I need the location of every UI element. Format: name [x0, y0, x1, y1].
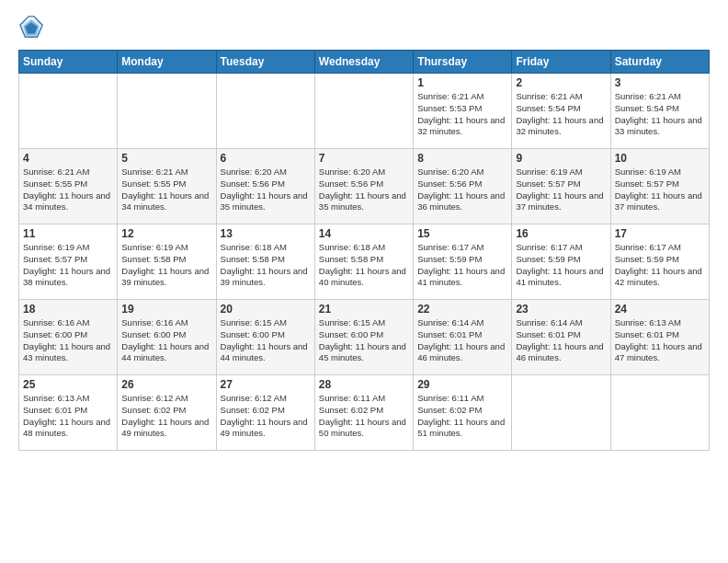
day-info: Sunrise: 6:12 AM Sunset: 6:02 PM Dayligh…: [121, 393, 211, 440]
calendar-cell: [118, 74, 216, 149]
week-row-2: 11Sunrise: 6:19 AM Sunset: 5:57 PM Dayli…: [19, 224, 710, 300]
calendar-cell: 13Sunrise: 6:18 AM Sunset: 5:58 PM Dayli…: [216, 224, 314, 300]
day-info: Sunrise: 6:16 AM Sunset: 6:00 PM Dayligh…: [121, 317, 211, 364]
calendar-cell: 17Sunrise: 6:17 AM Sunset: 5:59 PM Dayli…: [610, 224, 709, 300]
day-number: 13: [221, 227, 311, 240]
week-row-4: 25Sunrise: 6:13 AM Sunset: 6:01 PM Dayli…: [19, 375, 710, 451]
day-info: Sunrise: 6:18 AM Sunset: 5:58 PM Dayligh…: [221, 242, 311, 289]
calendar-cell: 6Sunrise: 6:20 AM Sunset: 5:56 PM Daylig…: [216, 149, 314, 224]
calendar-cell: 16Sunrise: 6:17 AM Sunset: 5:59 PM Dayli…: [512, 224, 610, 300]
day-number: 16: [516, 227, 606, 240]
day-header-tuesday: Tuesday: [216, 51, 314, 74]
calendar-cell: 5Sunrise: 6:21 AM Sunset: 5:55 PM Daylig…: [118, 149, 216, 224]
day-info: Sunrise: 6:19 AM Sunset: 5:57 PM Dayligh…: [516, 167, 606, 213]
calendar-cell: 22Sunrise: 6:14 AM Sunset: 6:01 PM Dayli…: [414, 300, 512, 375]
day-number: 24: [615, 303, 705, 316]
calendar-cell: 26Sunrise: 6:12 AM Sunset: 6:02 PM Dayli…: [118, 375, 216, 451]
day-info: Sunrise: 6:11 AM Sunset: 6:02 PM Dayligh…: [417, 393, 507, 440]
day-info: Sunrise: 6:20 AM Sunset: 5:56 PM Dayligh…: [417, 167, 507, 213]
day-header-sunday: Sunday: [19, 51, 118, 74]
day-number: 12: [121, 227, 211, 240]
day-number: 28: [319, 378, 409, 391]
day-info: Sunrise: 6:15 AM Sunset: 6:00 PM Dayligh…: [221, 317, 311, 364]
day-info: Sunrise: 6:21 AM Sunset: 5:54 PM Dayligh…: [615, 91, 705, 138]
day-info: Sunrise: 6:15 AM Sunset: 6:00 PM Dayligh…: [319, 317, 409, 364]
day-number: 22: [417, 303, 507, 316]
day-number: 6: [221, 152, 311, 165]
calendar-cell: 15Sunrise: 6:17 AM Sunset: 5:59 PM Dayli…: [414, 224, 512, 300]
day-info: Sunrise: 6:17 AM Sunset: 5:59 PM Dayligh…: [417, 242, 507, 289]
calendar-cell: 20Sunrise: 6:15 AM Sunset: 6:00 PM Dayli…: [216, 300, 314, 375]
day-info: Sunrise: 6:21 AM Sunset: 5:55 PM Dayligh…: [121, 167, 211, 213]
calendar-cell: [19, 74, 118, 149]
day-number: 4: [23, 152, 113, 165]
calendar-cell: 9Sunrise: 6:19 AM Sunset: 5:57 PM Daylig…: [512, 149, 610, 224]
day-info: Sunrise: 6:21 AM Sunset: 5:53 PM Dayligh…: [417, 91, 507, 138]
day-info: Sunrise: 6:14 AM Sunset: 6:01 PM Dayligh…: [417, 317, 507, 364]
calendar-cell: 12Sunrise: 6:19 AM Sunset: 5:58 PM Dayli…: [118, 224, 216, 300]
day-info: Sunrise: 6:20 AM Sunset: 5:56 PM Dayligh…: [319, 167, 409, 213]
week-row-1: 4Sunrise: 6:21 AM Sunset: 5:55 PM Daylig…: [19, 149, 710, 224]
day-info: Sunrise: 6:21 AM Sunset: 5:54 PM Dayligh…: [516, 91, 606, 138]
day-info: Sunrise: 6:13 AM Sunset: 6:01 PM Dayligh…: [615, 317, 705, 364]
day-number: 21: [319, 303, 409, 316]
calendar-cell: 11Sunrise: 6:19 AM Sunset: 5:57 PM Dayli…: [19, 224, 118, 300]
day-info: Sunrise: 6:11 AM Sunset: 6:02 PM Dayligh…: [319, 393, 409, 440]
day-number: 11: [23, 227, 113, 240]
day-number: 26: [121, 378, 211, 391]
calendar-cell: 29Sunrise: 6:11 AM Sunset: 6:02 PM Dayli…: [414, 375, 512, 451]
day-number: 14: [319, 227, 409, 240]
day-info: Sunrise: 6:14 AM Sunset: 6:01 PM Dayligh…: [516, 317, 606, 364]
day-number: 9: [516, 152, 606, 165]
week-row-3: 18Sunrise: 6:16 AM Sunset: 6:00 PM Dayli…: [19, 300, 710, 375]
calendar-cell: [512, 375, 610, 451]
day-number: 25: [23, 378, 113, 391]
day-info: Sunrise: 6:17 AM Sunset: 5:59 PM Dayligh…: [615, 242, 705, 289]
day-number: 20: [221, 303, 311, 316]
day-number: 29: [417, 378, 507, 391]
calendar-cell: 21Sunrise: 6:15 AM Sunset: 6:00 PM Dayli…: [314, 300, 413, 375]
day-info: Sunrise: 6:12 AM Sunset: 6:02 PM Dayligh…: [221, 393, 311, 440]
calendar-cell: 28Sunrise: 6:11 AM Sunset: 6:02 PM Dayli…: [314, 375, 413, 451]
day-number: 17: [615, 227, 705, 240]
calendar-cell: [610, 375, 709, 451]
calendar-cell: 18Sunrise: 6:16 AM Sunset: 6:00 PM Dayli…: [19, 300, 118, 375]
calendar-cell: 7Sunrise: 6:20 AM Sunset: 5:56 PM Daylig…: [314, 149, 413, 224]
day-info: Sunrise: 6:16 AM Sunset: 6:00 PM Dayligh…: [23, 317, 113, 364]
day-number: 23: [516, 303, 606, 316]
calendar-cell: 2Sunrise: 6:21 AM Sunset: 5:54 PM Daylig…: [512, 74, 610, 149]
day-number: 5: [121, 152, 211, 165]
calendar-table: SundayMondayTuesdayWednesdayThursdayFrid…: [18, 50, 710, 451]
calendar-header-row: SundayMondayTuesdayWednesdayThursdayFrid…: [19, 51, 710, 74]
calendar-cell: 14Sunrise: 6:18 AM Sunset: 5:58 PM Dayli…: [314, 224, 413, 300]
day-number: 15: [417, 227, 507, 240]
calendar-cell: 3Sunrise: 6:21 AM Sunset: 5:54 PM Daylig…: [610, 74, 709, 149]
day-header-monday: Monday: [118, 51, 216, 74]
day-info: Sunrise: 6:18 AM Sunset: 5:58 PM Dayligh…: [319, 242, 409, 289]
day-header-wednesday: Wednesday: [314, 51, 413, 74]
day-info: Sunrise: 6:19 AM Sunset: 5:57 PM Dayligh…: [615, 167, 705, 213]
calendar-cell: 27Sunrise: 6:12 AM Sunset: 6:02 PM Dayli…: [216, 375, 314, 451]
day-number: 8: [417, 152, 507, 165]
day-header-friday: Friday: [512, 51, 610, 74]
day-number: 7: [319, 152, 409, 165]
day-number: 1: [417, 76, 507, 89]
day-info: Sunrise: 6:21 AM Sunset: 5:55 PM Dayligh…: [23, 167, 113, 213]
page-header: [18, 15, 710, 40]
day-number: 18: [23, 303, 113, 316]
week-row-0: 1Sunrise: 6:21 AM Sunset: 5:53 PM Daylig…: [19, 74, 710, 149]
logo-icon: [18, 15, 44, 40]
calendar-cell: 25Sunrise: 6:13 AM Sunset: 6:01 PM Dayli…: [19, 375, 118, 451]
day-info: Sunrise: 6:19 AM Sunset: 5:57 PM Dayligh…: [23, 242, 113, 289]
calendar-cell: 10Sunrise: 6:19 AM Sunset: 5:57 PM Dayli…: [610, 149, 709, 224]
calendar-cell: 4Sunrise: 6:21 AM Sunset: 5:55 PM Daylig…: [19, 149, 118, 224]
day-number: 3: [615, 76, 705, 89]
calendar-cell: 1Sunrise: 6:21 AM Sunset: 5:53 PM Daylig…: [414, 74, 512, 149]
day-number: 19: [121, 303, 211, 316]
day-number: 10: [615, 152, 705, 165]
day-info: Sunrise: 6:13 AM Sunset: 6:01 PM Dayligh…: [23, 393, 113, 440]
day-info: Sunrise: 6:20 AM Sunset: 5:56 PM Dayligh…: [221, 167, 311, 213]
calendar-cell: [314, 74, 413, 149]
day-number: 2: [516, 76, 606, 89]
day-number: 27: [221, 378, 311, 391]
